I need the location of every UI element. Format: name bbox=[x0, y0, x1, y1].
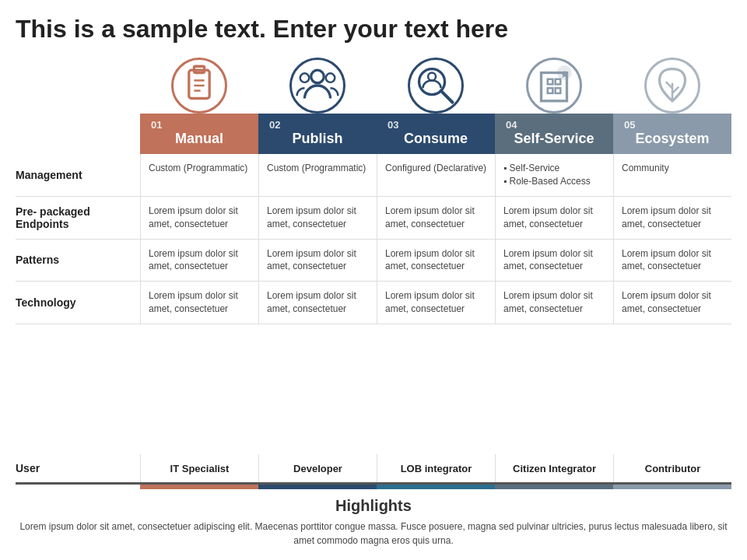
col-num-ecosystem: 05 bbox=[624, 119, 635, 131]
col-header-ecosystem: 05Ecosystem bbox=[613, 58, 731, 154]
table-cell-1-4: Lorem ipsum dolor sit amet, consectetuer bbox=[613, 197, 731, 239]
table-cell-2-1: Lorem ipsum dolor sit amet, consectetuer bbox=[258, 240, 377, 282]
table-cell-2-2: Lorem ipsum dolor sit amet, consectetuer bbox=[377, 240, 495, 282]
svg-rect-15 bbox=[556, 89, 561, 94]
col-num-publish: 02 bbox=[269, 119, 280, 131]
user-row: UserIT SpecialistDeveloperLOB integrator… bbox=[16, 454, 731, 485]
col-title-manual: Manual bbox=[175, 131, 223, 147]
user-cell-3: Citizen Integrator bbox=[495, 454, 613, 482]
col-label-box-ecosystem: 05Ecosystem bbox=[613, 114, 731, 154]
manual-icon-circle bbox=[171, 58, 227, 114]
table-cell-0-0: Custom (Programmatic) bbox=[140, 154, 258, 196]
col-title-publish: Publish bbox=[292, 131, 342, 147]
table-cell-2-0: Lorem ipsum dolor sit amet, consectetuer bbox=[140, 240, 258, 282]
table-cell-3-3: Lorem ipsum dolor sit amet, consectetuer bbox=[495, 282, 613, 324]
table-cell-3-0: Lorem ipsum dolor sit amet, consectetuer bbox=[140, 282, 258, 324]
col-num-manual: 01 bbox=[151, 119, 162, 131]
table-cell-3-4: Lorem ipsum dolor sit amet, consectetuer bbox=[613, 282, 731, 324]
col-label-box-self-service: 04Self-Service bbox=[495, 114, 613, 154]
highlights-section: Highlights Lorem ipsum dolor sit amet, c… bbox=[16, 489, 731, 552]
col-num-self-service: 04 bbox=[506, 119, 517, 131]
table-cell-1-2: Lorem ipsum dolor sit amet, consectetuer bbox=[377, 197, 495, 239]
table-cell-0-3: Self-ServiceRole-Based Access bbox=[495, 154, 613, 196]
header-row: 01Manual 02Publish 03Consume ★ 04Self-Se… bbox=[140, 58, 731, 154]
table-cell-0-4: Community bbox=[613, 154, 731, 196]
table-cell-0-1: Custom (Programmatic) bbox=[258, 154, 377, 196]
col-title-consume: Consume bbox=[404, 131, 468, 147]
table-row-2: PatternsLorem ipsum dolor sit amet, cons… bbox=[16, 240, 731, 282]
col-label-box-manual: 01Manual bbox=[140, 114, 258, 154]
table-cell-2-4: Lorem ipsum dolor sit amet, consectetuer bbox=[613, 240, 731, 282]
row-label-0: Management bbox=[16, 154, 140, 196]
page-title: This is a sample text. Enter your text h… bbox=[16, 14, 731, 44]
svg-rect-13 bbox=[556, 79, 561, 85]
row-label-1: Pre- packaged Endpoints bbox=[16, 197, 140, 239]
bullet-item: Role-Based Access bbox=[503, 175, 605, 188]
user-cell-1: Developer bbox=[258, 454, 377, 482]
user-row-label: User bbox=[16, 454, 140, 482]
svg-point-10 bbox=[428, 73, 436, 81]
table-cell-3-1: Lorem ipsum dolor sit amet, consectetuer bbox=[258, 282, 377, 324]
col-header-manual: 01Manual bbox=[140, 58, 258, 154]
row-label-3: Technology bbox=[16, 282, 140, 324]
table-cell-1-3: Lorem ipsum dolor sit amet, consectetuer bbox=[495, 197, 613, 239]
consume-icon-circle bbox=[408, 58, 464, 114]
publish-icon-circle bbox=[289, 58, 345, 114]
table-cell-2-3: Lorem ipsum dolor sit amet, consectetuer bbox=[495, 240, 613, 282]
svg-text:★: ★ bbox=[560, 70, 569, 79]
highlights-text: Lorem ipsum dolor sit amet, consectetuer… bbox=[16, 520, 731, 548]
bullet-item: Self-Service bbox=[503, 162, 605, 175]
col-header-publish: 02Publish bbox=[258, 58, 377, 154]
table-cell-1-1: Lorem ipsum dolor sit amet, consectetuer bbox=[258, 197, 377, 239]
svg-point-5 bbox=[311, 71, 324, 84]
col-header-consume: 03Consume bbox=[377, 58, 495, 154]
table-area: ManagementCustom (Programmatic)Custom (P… bbox=[16, 154, 731, 453]
svg-point-7 bbox=[326, 74, 335, 83]
col-num-consume: 03 bbox=[388, 119, 398, 131]
svg-point-6 bbox=[300, 74, 310, 83]
table-row-0: ManagementCustom (Programmatic)Custom (P… bbox=[16, 154, 731, 197]
table-row-1: Pre- packaged EndpointsLorem ipsum dolor… bbox=[16, 197, 731, 240]
col-title-ecosystem: Ecosystem bbox=[635, 131, 709, 147]
svg-rect-0 bbox=[189, 71, 209, 99]
svg-rect-12 bbox=[548, 79, 553, 85]
user-cell-2: LOB integrator bbox=[377, 454, 495, 482]
col-header-self-service: ★ 04Self-Service bbox=[495, 58, 613, 154]
svg-line-9 bbox=[441, 91, 453, 103]
highlights-title: Highlights bbox=[16, 497, 731, 515]
svg-rect-14 bbox=[548, 89, 553, 94]
row-label-2: Patterns bbox=[16, 240, 140, 282]
main-container: This is a sample text. Enter your text h… bbox=[0, 0, 747, 560]
table-row-3: TechnologyLorem ipsum dolor sit amet, co… bbox=[16, 282, 731, 324]
table-cell-0-2: Configured (Declarative) bbox=[377, 154, 495, 196]
col-label-box-publish: 02Publish bbox=[258, 114, 377, 154]
self-service-icon-circle: ★ bbox=[526, 58, 582, 114]
col-label-box-consume: 03Consume bbox=[377, 114, 495, 154]
col-title-self-service: Self-Service bbox=[514, 131, 594, 147]
table-cell-3-2: Lorem ipsum dolor sit amet, consectetuer bbox=[377, 282, 495, 324]
user-cell-4: Contributor bbox=[613, 454, 731, 482]
ecosystem-icon-circle bbox=[644, 58, 700, 114]
table-cell-1-0: Lorem ipsum dolor sit amet, consectetuer bbox=[140, 197, 258, 239]
user-cell-0: IT Specialist bbox=[140, 454, 258, 482]
